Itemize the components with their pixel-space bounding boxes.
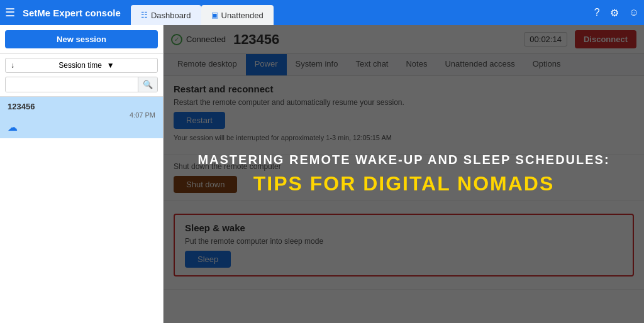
main-layout: New session ↓ Session time ▼ 🔍 123456 4:… (0, 25, 644, 323)
connected-icon: ✓ (171, 34, 182, 45)
session-list-item[interactable]: 123456 4:07 PM ☁ (0, 97, 163, 138)
disconnect-button[interactable]: Disconnect (575, 30, 636, 48)
restart-section: Restart and reconnect Restart the remote… (164, 76, 644, 155)
tab-remote-desktop[interactable]: Remote desktop (169, 54, 246, 75)
sleep-wake-desc: Put the remote computer into sleep mode (185, 237, 623, 246)
tab-notes[interactable]: Notes (397, 54, 436, 75)
power-content: Restart and reconnect Restart the remote… (164, 76, 644, 323)
session-id-display: 123456 (233, 31, 516, 48)
help-icon[interactable]: ? (594, 7, 600, 18)
content-header: ✓ Connected 123456 00:02:14 Disconnect (164, 25, 644, 54)
tab-power[interactable]: Power (246, 54, 287, 75)
connected-label: Connected (186, 35, 226, 44)
menu-icon[interactable]: ☰ (5, 6, 15, 19)
sidebar: New session ↓ Session time ▼ 🔍 123456 4:… (0, 25, 164, 323)
shutdown-button[interactable]: Shut down (174, 176, 237, 193)
restart-desc: Restart the remote computer and automati… (174, 98, 634, 107)
topbar: ☰ SetMe Expert console ☷ Dashboard ▣ Una… (0, 0, 644, 25)
chevron-down-icon: ▼ (107, 61, 152, 70)
sleep-button[interactable]: Sleep (185, 251, 231, 268)
tab-dashboard-label: Dashboard (151, 11, 191, 20)
topbar-tabs: ☷ Dashboard ▣ Unattended (131, 0, 589, 25)
sidebar-toolbar: New session (0, 25, 163, 54)
tabs-bar: Remote desktop Power System info Text ch… (164, 54, 644, 76)
restart-title: Restart and reconnect (174, 84, 634, 94)
settings-icon[interactable]: ⚙ (610, 7, 619, 19)
tab-options[interactable]: Options (524, 54, 570, 75)
search-button[interactable]: 🔍 (138, 77, 157, 92)
sidebar-filter: ↓ Session time ▼ 🔍 (0, 54, 163, 97)
tab-system-info[interactable]: System info (287, 54, 347, 75)
content-area: ✓ Connected 123456 00:02:14 Disconnect R… (164, 25, 644, 323)
cloud-icon: ☁ (8, 121, 155, 133)
tab-unattended[interactable]: ▣ Unattended (201, 5, 274, 25)
sort-dropdown[interactable]: ↓ Session time ▼ (5, 58, 158, 73)
tab-dashboard[interactable]: ☷ Dashboard (131, 5, 201, 25)
search-bar: 🔍 (5, 77, 158, 92)
restart-button[interactable]: Restart (174, 112, 225, 129)
shutdown-section: Shut down the remote computer Shut down (164, 155, 644, 201)
new-session-button[interactable]: New session (5, 30, 158, 48)
tab-unattended-label: Unattended (221, 11, 264, 20)
session-time: 4:07 PM (8, 111, 155, 119)
session-id: 123456 (8, 102, 155, 111)
session-timer: 00:02:14 (524, 32, 567, 47)
dashboard-icon: ☷ (141, 11, 148, 19)
monitor-icon: ▣ (211, 11, 218, 19)
topbar-right: ? ⚙ ☺ (594, 7, 639, 19)
search-input[interactable] (6, 78, 138, 92)
user-icon[interactable]: ☺ (629, 7, 639, 18)
restart-note: Your session will be interrupted for app… (174, 134, 634, 141)
connected-badge: ✓ Connected (171, 34, 226, 45)
sleep-wake-box: Sleep & wake Put the remote computer int… (174, 214, 634, 276)
sleep-wake-section: Sleep & wake Put the remote computer int… (164, 201, 644, 290)
sort-icon: ↓ (11, 61, 56, 70)
shutdown-desc: Shut down the remote computer (174, 162, 634, 171)
sleep-wake-title: Sleep & wake (185, 222, 623, 233)
tab-text-chat[interactable]: Text chat (347, 54, 397, 75)
app-title: SetMe Expert console (23, 8, 121, 18)
tab-unattended-access[interactable]: Unattended access (436, 54, 523, 75)
sort-label: Session time (58, 61, 104, 70)
